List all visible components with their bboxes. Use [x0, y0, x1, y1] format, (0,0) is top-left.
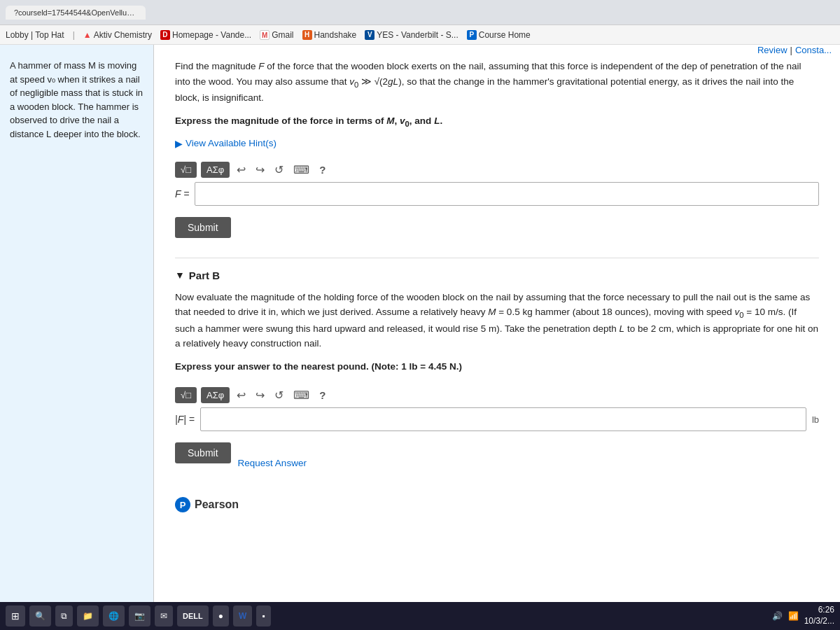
- word-button[interactable]: W: [233, 606, 252, 626]
- pearson-logo: P Pearson: [175, 497, 819, 512]
- pearson-label: Pearson: [195, 498, 239, 511]
- greek-btn-a[interactable]: ΑΣφ: [201, 162, 230, 178]
- submit-row-a: Submit: [175, 217, 819, 258]
- bookmark-sep-1: |: [73, 30, 75, 40]
- bookmark-aktiv-label: Aktiv Chemistry: [94, 30, 152, 40]
- problem-description: Find the magnitude F of the force that t…: [175, 59, 819, 106]
- part-b-heading-label: Part B: [189, 270, 220, 281]
- dell-icon: DELL: [183, 612, 203, 620]
- undo-btn-b[interactable]: ↩: [234, 387, 248, 403]
- taskview-button[interactable]: ⧉: [55, 606, 73, 626]
- greek-label-b: ΑΣφ: [206, 390, 224, 400]
- browser-icon: 🌐: [108, 611, 119, 621]
- hint-toggle-label: View Available Hint(s): [186, 138, 276, 148]
- submit-row-b: Submit Request Answer: [175, 442, 819, 483]
- divider-ab: [175, 258, 819, 258]
- network-icon: 📶: [788, 611, 799, 621]
- main-content: A hammer of mass M is moving at speed v₀…: [0, 45, 840, 630]
- sqrt-btn-a[interactable]: √□: [175, 162, 197, 178]
- f-label-a: F =: [175, 188, 189, 200]
- hint-arrow-icon: ▶: [175, 138, 183, 149]
- express-line: Express the magnitude of the force in te…: [175, 115, 819, 128]
- pearson-p-icon: P: [175, 497, 190, 512]
- sqrt-icon-a: √□: [181, 164, 191, 175]
- hint-toggle[interactable]: ▶ View Available Hint(s): [175, 138, 819, 149]
- chrome-button[interactable]: ●: [213, 606, 229, 626]
- help-btn-b[interactable]: ?: [316, 388, 328, 402]
- f-label-b: |F| =: [175, 414, 195, 425]
- answer-row-b: |F| = lb: [175, 407, 819, 431]
- p-icon: P: [467, 30, 477, 40]
- bookmark-gmail[interactable]: M Gmail: [260, 30, 293, 40]
- math-toolbar-a: √□ ΑΣφ ↩ ↪ ↺ ⌨ ?: [175, 162, 819, 178]
- constants-link[interactable]: Consta...: [795, 45, 832, 55]
- answer-row-a: F =: [175, 182, 819, 206]
- bookmark-course-home-label: Course Home: [479, 30, 531, 40]
- sqrt-btn-b[interactable]: √□: [175, 387, 197, 403]
- top-right-sep: |: [790, 45, 792, 55]
- refresh-btn-a[interactable]: ↺: [272, 162, 286, 178]
- extra-button[interactable]: ▪: [256, 606, 270, 626]
- volume-icon: 🔊: [772, 611, 783, 621]
- keyboard-btn-a[interactable]: ⌨: [290, 162, 312, 178]
- browser-taskbar-button[interactable]: 🌐: [103, 606, 125, 626]
- part-b-heading-row: ▼ Part B: [175, 270, 819, 281]
- bookmark-lobby[interactable]: Lobby | Top Hat: [6, 30, 64, 40]
- bookmark-handshake[interactable]: H Handshake: [302, 30, 357, 40]
- greek-label-a: ΑΣφ: [206, 164, 224, 175]
- part-b-arrow-icon[interactable]: ▼: [175, 270, 185, 281]
- search-button[interactable]: 🔍: [29, 606, 51, 626]
- clock-time: 6:26: [804, 605, 834, 616]
- refresh-btn-b[interactable]: ↺: [272, 387, 286, 403]
- help-btn-a[interactable]: ?: [316, 162, 328, 177]
- bookmark-handshake-label: Handshake: [314, 30, 357, 40]
- camera-button[interactable]: 📷: [129, 606, 150, 626]
- content-area: Find the magnitude F of the force that t…: [154, 45, 840, 526]
- bookmark-gmail-label: Gmail: [272, 30, 293, 40]
- sqrt-icon-b: √□: [181, 390, 191, 400]
- bookmark-yes-label: YES - Vanderbilt - S...: [377, 30, 458, 40]
- taskview-icon: ⧉: [61, 611, 67, 621]
- sidebar-text: A hammer of mass M is moving at speed v₀…: [10, 59, 144, 141]
- folder-icon: 📁: [83, 611, 93, 621]
- submit-button-b[interactable]: Submit: [175, 442, 231, 463]
- undo-btn-a[interactable]: ↩: [234, 162, 248, 178]
- mail-button[interactable]: ✉: [155, 606, 173, 626]
- v-icon: V: [365, 30, 374, 40]
- start-button[interactable]: ⊞: [6, 606, 25, 626]
- request-answer-link[interactable]: Request Answer: [238, 458, 307, 468]
- bookmark-lobby-label: Lobby | Top Hat: [6, 30, 64, 40]
- taskbar-right: 🔊 📶 6:26 10/3/2...: [772, 605, 834, 626]
- browser-tab-text: ?courseld=17544544&OpenVellumHMAC=bceb9b…: [14, 8, 146, 17]
- camera-icon: 📷: [134, 611, 145, 621]
- submit-button-a[interactable]: Submit: [175, 217, 231, 238]
- search-icon: 🔍: [35, 611, 46, 621]
- mail-icon: ✉: [160, 611, 167, 621]
- f-input-a[interactable]: [195, 182, 819, 206]
- taskbar: ⊞ 🔍 ⧉ 📁 🌐 📷 ✉ DELL ● W ▪ 🔊 📶 6:26 10/3/2…: [0, 602, 840, 630]
- bookmark-yes[interactable]: V YES - Vanderbilt - S...: [365, 30, 458, 40]
- bookmark-aktiv[interactable]: ▲ Aktiv Chemistry: [83, 30, 152, 40]
- file-explorer-button[interactable]: 📁: [77, 606, 99, 626]
- redo-btn-a[interactable]: ↪: [253, 162, 267, 178]
- problem-context-sidebar: A hammer of mass M is moving at speed v₀…: [0, 45, 154, 630]
- redo-btn-b[interactable]: ↪: [253, 387, 267, 403]
- part-b-express: Express your answer to the nearest pound…: [175, 361, 819, 372]
- math-toolbar-b: √□ ΑΣφ ↩ ↪ ↺ ⌨ ?: [175, 387, 819, 403]
- m-icon: M: [260, 30, 270, 40]
- f-input-b[interactable]: [200, 407, 806, 431]
- dell-button[interactable]: DELL: [177, 606, 209, 626]
- h-icon: H: [302, 30, 312, 40]
- word-icon: W: [239, 611, 246, 621]
- keyboard-btn-b[interactable]: ⌨: [290, 387, 312, 403]
- windows-icon: ⊞: [11, 610, 20, 622]
- bookmark-homepage-label: Homepage - Vande...: [172, 30, 251, 40]
- review-link[interactable]: Review: [757, 45, 788, 55]
- bookmark-course-home[interactable]: P Course Home: [467, 30, 531, 40]
- part-b-description: Now evaluate the magnitude of the holdin…: [175, 290, 819, 351]
- bookmark-homepage[interactable]: D Homepage - Vande...: [160, 30, 251, 40]
- browser-tab[interactable]: ?courseld=17544544&OpenVellumHMAC=bceb9b…: [6, 6, 146, 20]
- greek-btn-b[interactable]: ΑΣφ: [201, 387, 230, 403]
- chrome-icon: ●: [218, 611, 223, 621]
- aktiv-icon: ▲: [83, 30, 92, 40]
